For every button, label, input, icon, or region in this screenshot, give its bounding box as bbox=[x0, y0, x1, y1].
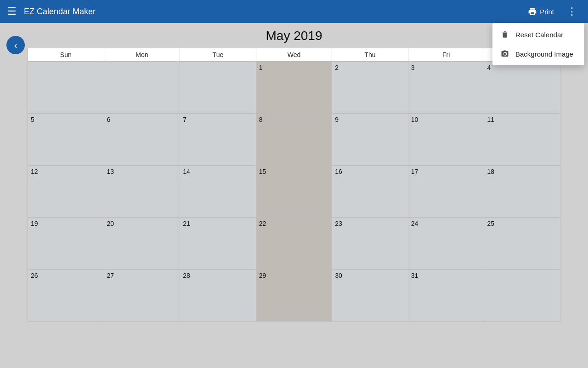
day-header-mon: Mon bbox=[104, 48, 180, 62]
day-number: 12 bbox=[31, 168, 38, 175]
print-label: Print bbox=[540, 8, 554, 16]
calendar-week-row: 12131415161718 bbox=[28, 166, 560, 218]
day-number: 4 bbox=[487, 64, 491, 71]
calendar-area: ‹ › May 2019 SunMonTueWedThuFriSat 12345… bbox=[0, 23, 588, 327]
background-image-item[interactable]: Background Image bbox=[492, 44, 584, 63]
day-number: 3 bbox=[411, 64, 415, 71]
day-number: 30 bbox=[335, 272, 342, 279]
calendar-cell[interactable] bbox=[484, 270, 560, 322]
background-image-label: Background Image bbox=[515, 50, 573, 58]
day-number: 31 bbox=[411, 272, 418, 279]
day-number: 25 bbox=[487, 220, 494, 227]
month-title: May 2019 bbox=[28, 29, 560, 43]
day-header-wed: Wed bbox=[256, 48, 332, 62]
calendar-cell[interactable]: 23 bbox=[332, 218, 408, 270]
day-number: 24 bbox=[411, 220, 418, 227]
calendar-cell[interactable]: 22 bbox=[256, 218, 332, 270]
day-header-fri: Fri bbox=[408, 48, 484, 62]
calendar-wrapper: SunMonTueWedThuFriSat 123456789101112131… bbox=[28, 48, 560, 322]
print-button[interactable]: Print bbox=[522, 4, 560, 19]
day-number: 7 bbox=[183, 116, 187, 123]
calendar-cell[interactable]: 6 bbox=[104, 114, 180, 166]
day-number: 22 bbox=[259, 220, 266, 227]
calendar-cell[interactable]: 5 bbox=[28, 114, 104, 166]
printer-icon bbox=[528, 7, 537, 16]
calendar-cell[interactable]: 18 bbox=[484, 166, 560, 218]
day-number: 8 bbox=[259, 116, 263, 123]
calendar-cell[interactable]: 9 bbox=[332, 114, 408, 166]
calendar-cell[interactable]: 29 bbox=[256, 270, 332, 322]
calendar-cell[interactable]: 25 bbox=[484, 218, 560, 270]
calendar-table: SunMonTueWedThuFriSat 123456789101112131… bbox=[28, 48, 560, 322]
calendar-week-row: 19202122232425 bbox=[28, 218, 560, 270]
app-header: ☰ EZ Calendar Maker Print ⋮ bbox=[0, 0, 588, 23]
calendar-cell[interactable]: 8 bbox=[256, 114, 332, 166]
day-number: 2 bbox=[335, 64, 339, 71]
calendar-cell[interactable]: 3 bbox=[408, 62, 484, 114]
day-number: 5 bbox=[31, 116, 34, 123]
calendar-cell[interactable] bbox=[180, 62, 256, 114]
day-number: 21 bbox=[183, 220, 190, 227]
day-number: 27 bbox=[107, 272, 114, 279]
calendar-cell[interactable]: 19 bbox=[28, 218, 104, 270]
calendar-cell[interactable]: 30 bbox=[332, 270, 408, 322]
reset-calendar-label: Reset Calendar bbox=[515, 31, 563, 39]
menu-icon[interactable]: ☰ bbox=[7, 6, 17, 17]
day-number: 17 bbox=[411, 168, 418, 175]
calendar-cell[interactable]: 20 bbox=[104, 218, 180, 270]
calendar-cell[interactable]: 15 bbox=[256, 166, 332, 218]
day-number: 6 bbox=[107, 116, 111, 123]
reset-calendar-item[interactable]: Reset Calendar bbox=[492, 25, 584, 44]
dropdown-menu: Reset Calendar Background Image bbox=[492, 23, 584, 65]
calendar-week-row: 567891011 bbox=[28, 114, 560, 166]
day-number: 18 bbox=[487, 168, 494, 175]
calendar-cell[interactable]: 28 bbox=[180, 270, 256, 322]
day-number: 29 bbox=[259, 272, 266, 279]
day-number: 15 bbox=[259, 168, 266, 175]
day-number: 13 bbox=[107, 168, 114, 175]
more-button[interactable]: ⋮ bbox=[563, 4, 581, 19]
day-number: 9 bbox=[335, 116, 339, 123]
calendar-cell[interactable]: 21 bbox=[180, 218, 256, 270]
calendar-cell[interactable]: 17 bbox=[408, 166, 484, 218]
day-number: 20 bbox=[107, 220, 114, 227]
calendar-cell[interactable]: 13 bbox=[104, 166, 180, 218]
day-header-thu: Thu bbox=[332, 48, 408, 62]
prev-month-button[interactable]: ‹ bbox=[6, 36, 25, 54]
calendar-cell[interactable]: 10 bbox=[408, 114, 484, 166]
day-header-tue: Tue bbox=[180, 48, 256, 62]
day-number: 26 bbox=[31, 272, 38, 279]
day-number: 16 bbox=[335, 168, 342, 175]
calendar-cell[interactable]: 27 bbox=[104, 270, 180, 322]
calendar-cell[interactable]: 12 bbox=[28, 166, 104, 218]
calendar-cell[interactable]: 31 bbox=[408, 270, 484, 322]
day-header-row: SunMonTueWedThuFriSat bbox=[28, 48, 560, 62]
header-actions: Print ⋮ bbox=[522, 4, 581, 19]
calendar-cell[interactable]: 4 bbox=[484, 62, 560, 114]
day-number: 1 bbox=[259, 64, 263, 71]
calendar-cell[interactable]: 11 bbox=[484, 114, 560, 166]
app-title: EZ Calendar Maker bbox=[24, 7, 522, 17]
day-number: 10 bbox=[411, 116, 418, 123]
day-number: 14 bbox=[183, 168, 190, 175]
day-number: 28 bbox=[183, 272, 190, 279]
calendar-week-row: 1234 bbox=[28, 62, 560, 114]
calendar-cell[interactable] bbox=[28, 62, 104, 114]
calendar-cell[interactable]: 26 bbox=[28, 270, 104, 322]
calendar-cell[interactable]: 1 bbox=[256, 62, 332, 114]
day-header-sun: Sun bbox=[28, 48, 104, 62]
day-number: 23 bbox=[335, 220, 342, 227]
calendar-cell[interactable]: 24 bbox=[408, 218, 484, 270]
camera-icon bbox=[500, 50, 510, 58]
calendar-cell[interactable]: 14 bbox=[180, 166, 256, 218]
trash-icon bbox=[500, 30, 510, 39]
calendar-cell[interactable]: 7 bbox=[180, 114, 256, 166]
day-number: 19 bbox=[31, 220, 38, 227]
calendar-week-row: 262728293031 bbox=[28, 270, 560, 322]
day-number: 11 bbox=[487, 116, 494, 123]
calendar-cell[interactable]: 16 bbox=[332, 166, 408, 218]
calendar-cell[interactable]: 2 bbox=[332, 62, 408, 114]
calendar-cell[interactable] bbox=[104, 62, 180, 114]
